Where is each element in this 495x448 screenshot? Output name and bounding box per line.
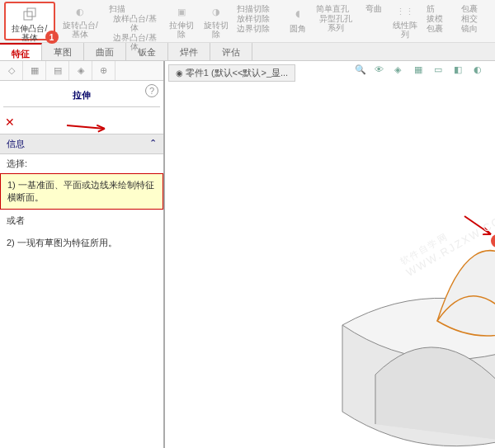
revolve-boss-button[interactable]: ◐旋转凸台/基体 — [57, 2, 105, 40]
command-tabs: 特征 草图 曲面 钣金 焊件 评估 — [0, 43, 495, 61]
panel-tab-more[interactable]: ⊕ — [92, 61, 116, 80]
orient-icon[interactable]: ◈ — [394, 64, 409, 79]
lpattern-button[interactable]: ⋮⋮线性阵列 — [389, 2, 422, 40]
extrude-boss-button[interactable]: 拉伸凸台/基体 1 — [4, 2, 55, 40]
annotation-arrow-2 — [458, 210, 495, 251]
property-panel: ◇ ▦ ▤ ◈ ⊕ 拉伸 ? ✕ 信息 ⌃ 选择: 1) 一基准面、平面或边线来… — [0, 61, 165, 448]
cube-icon[interactable]: ▦ — [414, 64, 429, 79]
extrude-cut-button[interactable]: ▣拉伸切除 — [165, 2, 198, 40]
fillet-icon: ◖ — [288, 3, 308, 23]
revolve-icon: ◐ — [70, 3, 90, 20]
hole-group[interactable]: 简单直孔异型孔孔系列 — [313, 2, 359, 40]
draft-button[interactable]: 弯曲 — [361, 2, 387, 40]
or-label: 或者 — [0, 210, 163, 232]
apply-icon[interactable]: ◐ — [474, 64, 488, 79]
tab-evaluate[interactable]: 评估 — [210, 43, 252, 60]
panel-title: 拉伸 — [3, 84, 160, 107]
panel-tab-cfg[interactable]: ▤ — [46, 61, 69, 80]
zoom-icon[interactable]: 🔍 — [355, 64, 370, 79]
sweep-group[interactable]: 扫描放样凸台/基体边界凸台/基体 — [106, 2, 163, 40]
panel-tab-fm[interactable]: ◇ — [0, 61, 23, 80]
view-icon[interactable]: 👁 — [375, 64, 389, 79]
tab-sketch[interactable]: 草图 — [42, 43, 84, 60]
main-area: ◇ ▦ ▤ ◈ ⊕ 拉伸 ? ✕ 信息 ⌃ 选择: 1) 一基准面、平面或边线来… — [0, 61, 495, 448]
option-1-highlighted[interactable]: 1) 一基准面、平面或边线来绘制特征横断面。 — [0, 173, 163, 210]
extrude-label: 拉伸凸台/基体 — [9, 24, 50, 42]
revolvecut-icon: ◑ — [206, 3, 226, 20]
panel-header: 拉伸 ? — [0, 81, 163, 111]
feat-group2[interactable]: 包裹相交镜向 — [458, 2, 491, 40]
svg-rect-0 — [24, 12, 32, 20]
graphics-viewport[interactable]: ◉ 零件1 (默认<<默认>_显... 🔍 👁 ◈ ▦ ▭ ◧ ◐ — [165, 61, 495, 448]
tab-weldment[interactable]: 焊件 — [168, 43, 210, 60]
panel-tab-dim[interactable]: ◈ — [69, 61, 92, 80]
ribbon-toolbar: 拉伸凸台/基体 1 ◐旋转凸台/基体 扫描放样凸台/基体边界凸台/基体 ▣拉伸切… — [0, 0, 495, 43]
option-2[interactable]: 2) 一现有草图为特征所用。 — [0, 232, 163, 254]
tab-features[interactable]: 特征 — [0, 43, 42, 60]
select-label: 选择: — [0, 154, 163, 173]
revolve-cut-button[interactable]: ◑旋转切除 — [200, 2, 233, 40]
extrude-icon — [20, 5, 40, 23]
section-icon[interactable]: ◧ — [454, 64, 469, 79]
svg-rect-1 — [27, 8, 35, 17]
display-icon[interactable]: ▭ — [434, 64, 449, 79]
extrudecut-icon: ▣ — [172, 3, 191, 20]
document-tab[interactable]: ◉ 零件1 (默认<<默认>_显... — [168, 64, 295, 82]
panel-tabs: ◇ ▦ ▤ ◈ ⊕ — [0, 61, 163, 81]
cut-group[interactable]: 扫描切除放样切除边界切除 — [233, 2, 283, 40]
chevron-up-icon: ⌃ — [149, 138, 157, 150]
view-toolbar: 🔍 👁 ◈ ▦ ▭ ◧ ◐ — [355, 64, 488, 79]
help-button[interactable]: ? — [145, 84, 158, 97]
feat-group[interactable]: 筋拔模包裹 — [423, 2, 456, 40]
pattern-icon: ⋮⋮ — [395, 3, 415, 20]
panel-tab-pm[interactable]: ▦ — [23, 61, 46, 80]
fillet-button[interactable]: ◖圆角 — [285, 2, 311, 40]
